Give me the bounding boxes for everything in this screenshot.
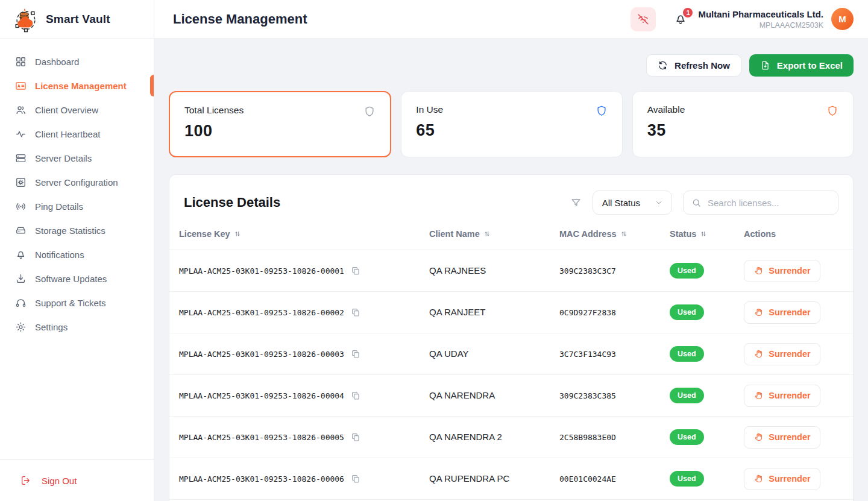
connection-status-button[interactable] [631,7,656,31]
surrender-label: Surrender [769,391,810,400]
download-icon [15,273,27,285]
sidebar-item-storage-statistics[interactable]: Storage Statistics [0,218,154,242]
heartbeat-icon [15,128,27,140]
sidebar-item-client-overview[interactable]: Client Overview [0,98,154,122]
mac-address: 3C7C3F134C93 [559,350,616,359]
sidebar-item-license-management[interactable]: License Management [0,74,154,98]
stat-card-total-licenses[interactable]: Total Licenses 100 [169,91,391,157]
sidebar-item-label: Client Heartbeat [35,129,100,139]
sidebar-item-ping-details[interactable]: Ping Details [0,194,154,218]
sidebar-item-software-updates[interactable]: Software Updates [0,266,154,291]
ping-icon [15,201,27,212]
license-key: MPLAA-ACM25-03K01-09253-10826-00003 [179,350,344,359]
table-title: License Details [184,195,280,210]
license-key: MPLAA-ACM25-03K01-09253-10826-00005 [179,433,344,442]
brand-header: Smart Vault [0,0,154,39]
storage-icon [15,225,27,236]
stat-label: In Use [416,104,607,115]
hand-icon [753,349,763,359]
status-badge: Used [670,304,704,320]
license-key: MPLAA-ACM25-03K01-09253-10826-00004 [179,391,344,400]
wifi-off-icon [637,13,650,26]
sign-out-icon [20,475,31,486]
copy-icon[interactable] [351,349,360,359]
dashboard-icon [15,56,27,68]
avatar[interactable]: M [831,8,854,30]
license-key: MPLAA-ACM25-03K01-09253-10826-00006 [179,474,344,484]
surrender-button[interactable]: Surrender [744,468,820,490]
surrender-button[interactable]: Surrender [744,426,820,449]
client-name: QA NARENDRA [429,390,495,400]
top-bar: License Management 1 Multani Pharmaceuti… [154,0,868,39]
top-bar-right: 1 Multani Pharmaceuticals Ltd. MPLAAACM2… [631,7,854,31]
surrender-label: Surrender [769,307,810,317]
search-icon [691,198,702,208]
search-box [683,191,838,215]
status-badge: Used [670,429,704,445]
surrender-button[interactable]: Surrender [744,301,820,324]
main-area: License Management 1 Multani Pharmaceuti… [154,0,868,501]
copy-icon[interactable] [351,432,360,442]
sign-out-button[interactable]: Sign Out [0,459,154,501]
stats-row: Total Licenses 100 In Use 65 Available 3… [169,91,854,157]
copy-icon[interactable] [351,307,360,317]
sidebar-item-label: Client Overview [35,105,98,115]
surrender-button[interactable]: Surrender [744,260,820,282]
mac-address: 00E01C0024AE [559,474,616,484]
sidebar-item-client-heartbeat[interactable]: Client Heartbeat [0,122,154,146]
client-name: QA NARENDRA 2 [429,432,502,442]
sidebar-item-settings[interactable]: Settings [0,315,154,339]
brand-name: Smart Vault [46,13,110,26]
mac-address: 309C2383C3C7 [559,266,616,276]
copy-icon[interactable] [351,266,360,276]
sidebar-item-label: Server Configuration [35,177,118,187]
sidebar-item-notifications[interactable]: Notifications [0,242,154,266]
stat-card-available[interactable]: Available 35 [632,91,854,157]
stat-label: Available [647,104,838,115]
hand-icon [753,391,763,400]
table-row: MPLAA-ACM25-03K01-09253-10826-00006QA RU… [169,458,853,500]
notifications-button[interactable]: 1 [674,13,687,26]
sidebar-item-server-details[interactable]: Server Details [0,146,154,170]
sidebar-item-label: Settings [35,322,68,332]
hand-icon [753,307,763,317]
copy-icon[interactable] [351,474,360,484]
sort-icon [620,230,628,238]
refresh-icon [658,60,668,71]
column-status[interactable]: Status [660,227,734,250]
stat-card-in-use[interactable]: In Use 65 [401,91,622,157]
license-key: MPLAA-ACM25-03K01-09253-10826-00001 [179,266,344,276]
sidebar-item-support-tickets[interactable]: Support & Tickets [0,291,154,315]
mac-address: 2C58B9883E0D [559,433,616,442]
stat-value: 100 [184,122,376,140]
company-name: Multani Pharmaceuticals Ltd. [698,9,823,19]
table-row: MPLAA-ACM25-03K01-09253-10826-00005QA NA… [169,417,853,458]
sidebar-item-server-configuration[interactable]: Server Configuration [0,170,154,194]
surrender-button[interactable]: Surrender [744,385,820,407]
refresh-now-button[interactable]: Refresh Now [646,54,741,77]
sort-icon [483,230,491,238]
table-row: MPLAA-ACM25-03K01-09253-10826-00002QA RA… [169,292,853,333]
column-client-name[interactable]: Client Name [420,227,550,250]
sidebar-item-label: License Management [35,81,127,91]
hand-icon [753,266,763,276]
active-indicator [150,75,154,96]
server-icon [15,153,27,164]
export-to-excel-button[interactable]: Export to Excel [749,54,854,77]
sidebar-item-dashboard[interactable]: Dashboard [0,49,154,74]
excel-file-icon [760,60,770,71]
client-name: QA RAJNEES [429,265,486,276]
copy-icon[interactable] [351,391,360,400]
headset-icon [15,297,27,309]
bell-icon [15,249,27,260]
column-mac-address[interactable]: MAC Address [550,227,660,250]
filter-funnel-icon[interactable] [570,197,582,209]
sidebar-item-label: Support & Tickets [35,298,106,308]
search-input[interactable] [708,198,830,208]
surrender-label: Surrender [769,432,810,442]
surrender-button[interactable]: Surrender [744,343,820,365]
table-row: MPLAA-ACM25-03K01-09253-10826-00004QA NA… [169,375,853,417]
status-filter-select[interactable]: All Status [593,191,672,215]
status-filter-value: All Status [602,198,640,208]
column-license-key[interactable]: License Key [169,227,420,250]
